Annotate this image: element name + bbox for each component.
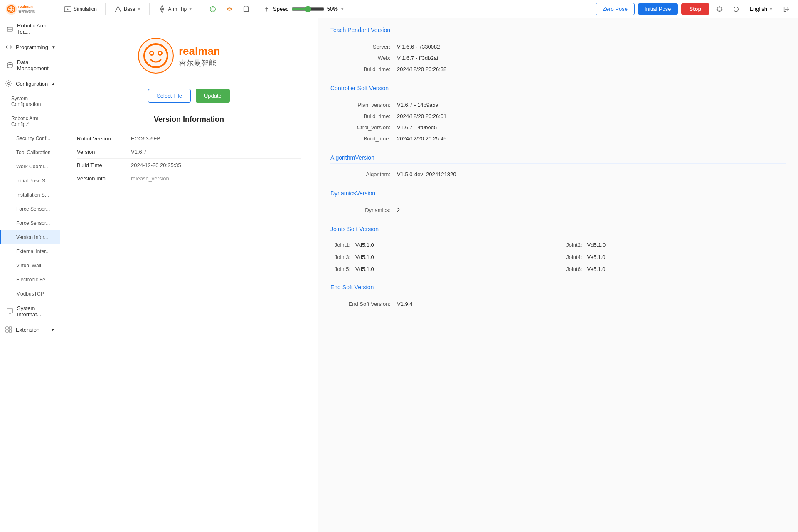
simulation-control[interactable]: Simulation <box>60 3 100 15</box>
power-icon-btn[interactable] <box>729 2 743 16</box>
tp-web-label: Web: <box>330 55 397 61</box>
sidebar-label-work-coordi: Work Coordi... <box>16 164 48 170</box>
main-layout: Robotic Arm Tea... Programming ▼ Data Ma… <box>0 18 798 532</box>
sidebar-item-data-management[interactable]: Data Management <box>0 55 60 76</box>
cs-plan-value: V1.6.7 - 14b9a5a <box>397 102 438 108</box>
cs-buildtime2-row: Build_time: 2024/12/20 20:25:45 <box>330 133 786 144</box>
cube-icon-btn[interactable] <box>239 2 253 16</box>
tp-server-value: V 1.6.6 - 7330082 <box>397 44 440 50</box>
svg-text:睿尔曼智能: 睿尔曼智能 <box>179 59 216 67</box>
sidebar-item-work-coordi[interactable]: Work Coordi... <box>0 160 60 174</box>
sidebar-item-external-inter[interactable]: External Inter... <box>0 244 60 259</box>
sidebar-item-initial-pose-s[interactable]: Initial Pose S... <box>0 174 60 188</box>
algo-value: V1.5.0-dev_2024121820 <box>397 171 456 177</box>
sidebar-item-robotic-arm-config[interactable]: Robotic Arm Config.^ <box>0 111 60 131</box>
sidebar-item-system-configuration[interactable]: System Configuration <box>0 91 60 111</box>
build-time-value: 2024-12-20 20:25:35 <box>131 162 181 168</box>
base-label: Base <box>124 6 135 12</box>
monitor-icon <box>6 308 14 315</box>
extension-chevron: ▼ <box>51 328 55 332</box>
teach-pendant-title: Teach Pendant Version <box>330 27 786 36</box>
sidebar-item-configuration[interactable]: Configuration ▲ <box>0 76 60 91</box>
joint2-value: Vd5.1.0 <box>587 242 606 248</box>
joint2-label: Joint2: <box>562 242 587 248</box>
sidebar-label-security-conf: Security Conf... <box>16 135 50 141</box>
sidebar-item-programming[interactable]: Programming ▼ <box>0 39 60 55</box>
right-panel: Teach Pendant Version Server: V 1.6.6 - … <box>318 18 798 532</box>
sidebar-item-extension[interactable]: Extension ▼ <box>0 322 60 337</box>
header-divider-4 <box>201 3 201 15</box>
cable-icon <box>226 5 233 13</box>
sidebar-label-modbus-tcp: ModbusTCP <box>16 291 44 297</box>
tp-buildtime-value: 2024/12/20 20:26:38 <box>397 66 446 72</box>
joint4-label: Joint4: <box>562 254 587 260</box>
crosshair-icon-btn[interactable] <box>713 2 726 16</box>
cs-plan-label: Plan_version: <box>330 102 397 108</box>
sidebar-item-force-sensor-1[interactable]: Force Sensor... <box>0 202 60 216</box>
logout-icon-btn[interactable] <box>780 2 793 16</box>
sidebar-item-installation-s[interactable]: Installation S... <box>0 188 60 202</box>
crosshair-icon <box>716 5 723 13</box>
arm-tip-icon <box>158 5 166 13</box>
svg-text:realman: realman <box>179 45 220 57</box>
svg-text:睿尔曼智能: 睿尔曼智能 <box>18 10 35 13</box>
database-icon <box>6 62 14 69</box>
arm-tip-control[interactable]: Arm_Tip ▼ <box>155 3 196 15</box>
speed-slider[interactable] <box>291 6 325 12</box>
configuration-chevron: ▲ <box>51 81 55 86</box>
build-time-label: Build Time <box>77 162 131 168</box>
cs-buildtime1-label: Build_time: <box>330 113 397 119</box>
sidebar-item-robotic-arm-teaching[interactable]: Robotic Arm Tea... <box>0 18 60 39</box>
content-area: realman 睿尔曼智能 Select File Update Version… <box>60 18 798 532</box>
sidebar-label-electronic-fe: Electronic Fe... <box>16 277 49 283</box>
zero-pose-button[interactable]: Zero Pose <box>596 3 635 15</box>
header-divider-3 <box>149 3 150 15</box>
dynamics-row: Dynamics: 2 <box>330 204 786 216</box>
base-control[interactable]: Base ▼ <box>111 3 144 15</box>
simulation-icon <box>64 5 72 13</box>
cs-ctrol-row: Ctrol_version: V1.6.7 - 4f0bed5 <box>330 122 786 133</box>
version-row-version-info: Version Info release_version <box>77 172 301 185</box>
svg-point-3 <box>12 7 13 9</box>
svg-point-2 <box>9 7 11 9</box>
sidebar-label-system-informat: System Informat... <box>17 305 55 318</box>
joint1-row: Joint1: Vd5.1.0 <box>330 240 554 250</box>
extension-icon <box>5 326 12 333</box>
sidebar-item-version-infor[interactable]: Version Infor... <box>0 230 60 244</box>
speed-label: Speed <box>273 6 289 12</box>
sidebar-item-tool-calibration[interactable]: Tool Calibration <box>0 145 60 160</box>
svg-point-9 <box>210 6 216 12</box>
svg-point-30 <box>150 52 153 54</box>
select-file-button[interactable]: Select File <box>148 89 191 103</box>
sidebar-item-security-conf[interactable]: Security Conf... <box>0 131 60 145</box>
version-info-label: Version Info <box>77 175 131 182</box>
header-divider-2 <box>105 3 106 15</box>
sidebar-label-virtual-wall: Virtual Wall <box>16 263 41 268</box>
sidebar-item-virtual-wall[interactable]: Virtual Wall <box>0 259 60 273</box>
tp-server-label: Server: <box>330 44 397 50</box>
programming-chevron: ▼ <box>52 45 56 49</box>
cs-ctrol-value: V1.6.7 - 4f0bed5 <box>397 124 437 131</box>
initial-pose-button[interactable]: Initial Pose <box>638 3 678 15</box>
robot-version-label: Robot Version <box>77 135 131 142</box>
sidebar-item-force-sensor-2[interactable]: Force Sensor... <box>0 216 60 230</box>
stop-button[interactable]: Stop <box>681 3 710 15</box>
sidebar-item-electronic-fe[interactable]: Electronic Fe... <box>0 273 60 287</box>
algo-label: Algorithm: <box>330 171 397 177</box>
speed-control: Speed 50% ▼ <box>263 5 345 13</box>
language-select[interactable]: English ▼ <box>746 4 776 14</box>
version-info-title: Version Information <box>77 115 301 124</box>
joint6-label: Joint6: <box>562 266 587 272</box>
version-row-version: Version V1.6.7 <box>77 145 301 159</box>
left-panel: realman 睿尔曼智能 Select File Update Version… <box>60 18 318 532</box>
update-button[interactable]: Update <box>196 89 230 103</box>
arm-tip-chevron: ▼ <box>188 7 192 11</box>
sidebar-label-robotic-arm-config: Robotic Arm Config.^ <box>11 116 55 127</box>
joint1-label: Joint1: <box>330 242 355 248</box>
io-icon-btn[interactable] <box>206 2 219 16</box>
sidebar-item-modbus-tcp[interactable]: ModbusTCP <box>0 287 60 301</box>
header-divider-1 <box>55 3 55 15</box>
sidebar-item-system-informat[interactable]: System Informat... <box>0 301 60 322</box>
cable-icon-btn[interactable] <box>223 2 236 16</box>
svg-marker-7 <box>115 6 121 12</box>
